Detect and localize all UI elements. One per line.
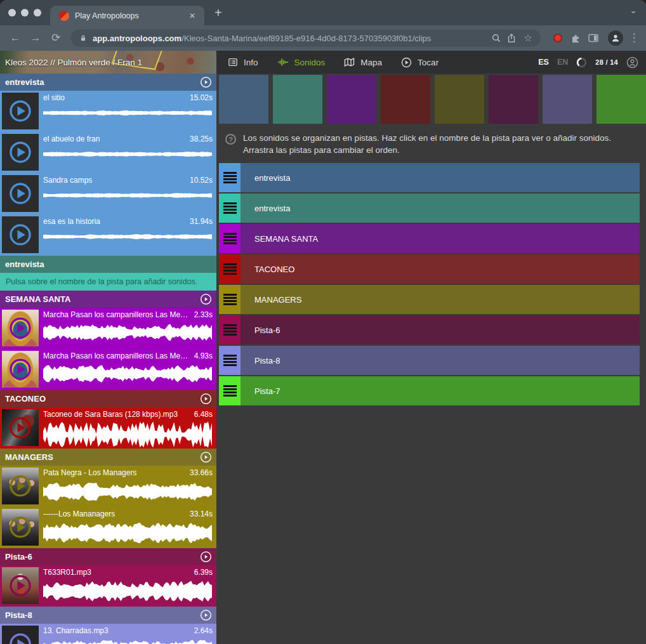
track-drag-handle[interactable] — [219, 254, 241, 284]
clip-waveform[interactable] — [43, 579, 213, 603]
clip-item[interactable]: Sandra camps10.52s — [0, 173, 216, 214]
lang-es-button[interactable]: ES — [538, 58, 549, 67]
clip-item[interactable]: Pata Negra - Los Managers33.66s — [0, 466, 216, 507]
track-color-swatch[interactable] — [597, 75, 646, 124]
clip-play-icon[interactable] — [8, 357, 32, 381]
browser-menu-kebab-icon[interactable]: ⋮ — [628, 29, 640, 47]
clip-item[interactable]: Marcha Pasan los campanilleros Las Mejor… — [0, 349, 216, 390]
window-close-button[interactable] — [8, 9, 16, 16]
track-play-all-button[interactable] — [200, 551, 212, 563]
share-icon[interactable] — [506, 33, 517, 43]
account-icon[interactable] — [626, 56, 638, 69]
extensions-puzzle-icon[interactable] — [570, 32, 581, 44]
track-color-swatch[interactable] — [435, 75, 484, 124]
track-color-swatch[interactable] — [219, 75, 268, 124]
clip-thumbnail[interactable] — [2, 468, 39, 504]
track-header[interactable]: SEMANA SANTA — [0, 291, 216, 308]
track-row[interactable]: TACONEO — [219, 254, 640, 284]
clip-thumbnail[interactable] — [2, 134, 39, 171]
clip-thumbnail[interactable] — [2, 351, 39, 388]
clip-waveform[interactable] — [43, 187, 213, 204]
clip-thumbnail[interactable] — [2, 93, 39, 129]
nav-mapa[interactable]: Mapa — [344, 57, 382, 67]
clip-item[interactable]: esa es la historia31.94s — [0, 214, 216, 256]
track-drag-handle[interactable] — [219, 224, 241, 253]
nav-info[interactable]: Info — [228, 57, 258, 67]
tab-search-chevron-icon[interactable]: ⌄ — [630, 5, 637, 15]
project-map-thumbnail[interactable]: Kleos 2022 // Pulmón verde / Fran 1 — [0, 51, 216, 74]
clip-play-icon[interactable] — [8, 515, 32, 539]
track-color-swatch[interactable] — [543, 75, 592, 124]
clip-waveform[interactable] — [43, 421, 213, 448]
track-color-swatch[interactable] — [381, 75, 430, 124]
clip-waveform[interactable] — [43, 322, 213, 343]
browser-tab[interactable]: Play Antropoloops ✕ — [50, 6, 204, 25]
clip-play-icon[interactable] — [8, 140, 32, 164]
clip-item[interactable]: 13. Charradas.mp32.64s — [0, 624, 216, 644]
clip-play-icon[interactable] — [8, 632, 32, 644]
clip-waveform[interactable] — [43, 363, 213, 384]
track-color-swatch[interactable] — [489, 75, 538, 124]
clip-thumbnail[interactable] — [2, 567, 39, 604]
track-drag-handle[interactable] — [219, 285, 241, 314]
new-tab-button[interactable]: + — [204, 3, 222, 25]
clip-waveform[interactable] — [43, 146, 213, 162]
clip-item[interactable]: T633R01.mp36.39s — [0, 565, 216, 607]
track-play-all-button[interactable] — [200, 393, 212, 405]
track-header[interactable]: entrevista — [0, 256, 216, 273]
clip-play-icon[interactable] — [8, 99, 32, 123]
clip-thumbnail[interactable] — [2, 626, 39, 644]
track-row[interactable]: entrevista — [219, 194, 640, 223]
clip-play-icon[interactable] — [8, 574, 32, 598]
track-header[interactable]: entrevista — [0, 74, 216, 91]
clip-waveform[interactable] — [43, 228, 213, 245]
track-play-all-icon[interactable] — [200, 293, 212, 305]
clip-thumbnail[interactable] — [2, 509, 39, 546]
track-header[interactable]: MANAGERS — [0, 449, 216, 466]
record-indicator-icon[interactable] — [553, 34, 562, 43]
clip-play-icon[interactable] — [8, 474, 32, 498]
clip-waveform[interactable] — [43, 521, 213, 545]
track-play-all-icon[interactable] — [200, 609, 212, 621]
clip-thumbnail[interactable] — [2, 310, 39, 346]
clip-waveform[interactable] — [43, 480, 213, 504]
track-drag-handle[interactable] — [219, 194, 241, 223]
track-row[interactable]: Pista-6 — [219, 315, 640, 345]
window-minimize-button[interactable] — [21, 9, 29, 16]
track-drag-handle[interactable] — [219, 346, 241, 375]
track-play-all-icon[interactable] — [200, 76, 212, 88]
side-panel-icon[interactable] — [588, 32, 599, 44]
nav-tocar[interactable]: Tocar — [401, 57, 438, 68]
track-color-swatch[interactable] — [273, 75, 322, 124]
reload-button[interactable]: ⟳ — [47, 29, 65, 47]
track-drag-handle[interactable] — [219, 376, 241, 405]
track-color-swatch[interactable] — [327, 75, 376, 124]
track-drag-handle[interactable] — [219, 163, 241, 192]
clip-waveform[interactable] — [43, 638, 213, 644]
track-play-all-icon[interactable] — [200, 551, 212, 563]
close-tab-icon[interactable]: ✕ — [187, 10, 198, 22]
track-row[interactable]: Pista-7 — [219, 376, 640, 405]
lang-en-button[interactable]: EN — [557, 58, 568, 67]
forward-button[interactable]: → — [27, 29, 44, 47]
clip-thumbnail[interactable] — [2, 216, 39, 253]
clip-play-icon[interactable] — [8, 223, 32, 247]
track-header[interactable]: Pista-6 — [0, 548, 216, 565]
bookmark-star-icon[interactable]: ☆ — [522, 29, 534, 47]
zoom-page-icon[interactable] — [491, 33, 501, 43]
track-row[interactable]: entrevista — [219, 163, 640, 192]
track-row[interactable]: MANAGERS — [219, 285, 640, 314]
track-play-all-button[interactable] — [200, 451, 212, 463]
clip-play-icon[interactable] — [8, 316, 32, 340]
track-header[interactable]: TACONEO — [0, 390, 216, 407]
track-row[interactable]: SEMANA SANTA — [219, 224, 640, 253]
window-zoom-button[interactable] — [34, 9, 41, 16]
url-bar[interactable]: app.antropoloops.com/Kleos-Santa-Marina/… — [71, 29, 541, 47]
browser-profile-avatar[interactable] — [608, 30, 623, 46]
track-row[interactable]: Pista-8 — [219, 346, 640, 375]
clip-play-icon[interactable] — [8, 181, 32, 206]
track-drag-handle[interactable] — [219, 315, 241, 345]
track-play-all-icon[interactable] — [200, 393, 212, 405]
nav-sonidos[interactable]: Sonidos — [277, 57, 326, 67]
clip-item[interactable]: ------Los Mananagers33.14s — [0, 507, 216, 548]
